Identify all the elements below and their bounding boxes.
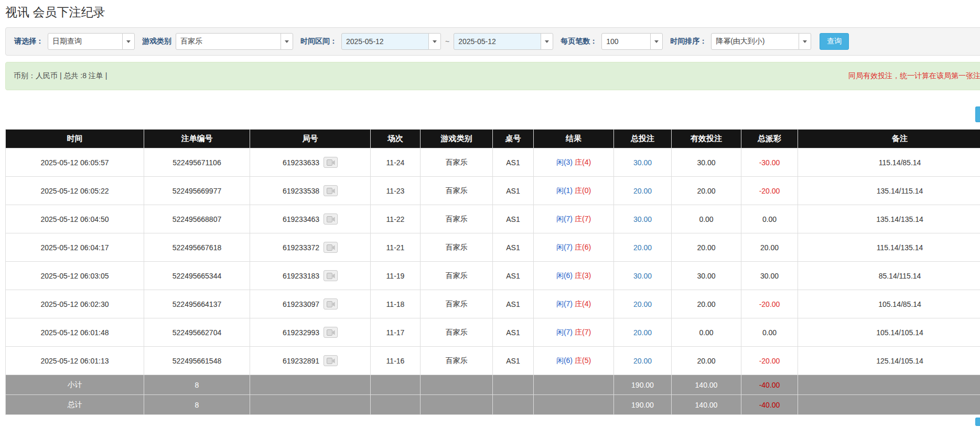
result-banker: 庄(5) (575, 356, 591, 365)
empty-cell (493, 395, 534, 415)
total-bet-link[interactable]: 20.00 (633, 187, 652, 195)
per-page-dropdown-button[interactable] (650, 33, 663, 50)
chevron-down-icon (654, 40, 659, 43)
per-page-select (601, 33, 663, 50)
col-header-session: 场次 (371, 130, 421, 148)
time-sort-input[interactable] (711, 33, 799, 50)
table-row: 2025-05-12 06:01:48 522495662704 6192329… (6, 318, 980, 347)
partial-right-edge-button-bottom[interactable] (975, 418, 980, 426)
cell-result: 闲(7)庄(7) (534, 318, 614, 347)
cell-total-bet: 20.00 (614, 347, 672, 375)
total-bet-link[interactable]: 30.00 (633, 272, 652, 280)
empty-cell (798, 395, 980, 415)
cell-time: 2025-05-12 06:04:50 (6, 205, 144, 233)
cell-table-number: AS1 (493, 290, 534, 318)
cell-time: 2025-05-12 06:01:48 (6, 318, 144, 347)
cell-result: 闲(1)庄(0) (534, 177, 614, 205)
date-to-input[interactable] (454, 33, 541, 50)
round-number-text: 619233097 (283, 300, 319, 308)
cell-valid-bet: 30.00 (672, 148, 741, 177)
result-player: 闲(7) (556, 300, 573, 308)
query-type-dropdown-button[interactable] (122, 33, 135, 50)
date-to-dropdown-button[interactable] (541, 33, 553, 50)
cell-bet-number: 522495665344 (144, 262, 250, 290)
cell-table-number: AS1 (493, 347, 534, 375)
total-row: 总计 8 190.00 140.00 -40.00 (6, 395, 980, 415)
total-valid-bet: 140.00 (672, 395, 741, 415)
game-type-dropdown-button[interactable] (281, 33, 293, 50)
cell-valid-bet: 20.00 (672, 347, 741, 375)
cell-bet-number: 522495667618 (144, 233, 250, 262)
cell-valid-bet: 0.00 (672, 205, 741, 233)
cell-payout: -20.00 (741, 347, 798, 375)
video-replay-button[interactable] (324, 185, 338, 196)
game-type-input[interactable] (176, 33, 281, 50)
date-range-separator: ~ (445, 37, 449, 46)
video-replay-button[interactable] (324, 270, 338, 281)
cell-valid-bet: 20.00 (672, 290, 741, 318)
video-icon (327, 329, 335, 336)
empty-cell (493, 375, 534, 395)
cell-round-number: 619233633 (250, 148, 371, 177)
video-icon (327, 244, 335, 251)
total-total-bet: 190.00 (614, 395, 672, 415)
video-replay-button[interactable] (324, 214, 338, 225)
result-banker: 庄(7) (575, 215, 591, 223)
video-icon (327, 358, 335, 364)
partial-right-edge-button-top[interactable] (975, 106, 980, 122)
empty-cell (421, 375, 493, 395)
total-bet-link[interactable]: 20.00 (633, 328, 652, 337)
col-header-result: 结果 (534, 130, 614, 148)
cell-round-number: 619233463 (250, 205, 371, 233)
date-from-select (341, 33, 441, 50)
cell-remark: 125.14/105.14 (798, 347, 980, 375)
per-page-input[interactable] (601, 33, 651, 50)
video-replay-button[interactable] (324, 355, 338, 366)
cell-session: 11-16 (371, 347, 421, 375)
total-bet-link[interactable]: 30.00 (633, 158, 652, 167)
query-type-input[interactable] (48, 33, 123, 50)
table-row: 2025-05-12 06:05:57 522495671106 6192336… (6, 148, 980, 177)
table-header-row: 时间 注单编号 局号 场次 游戏类别 桌号 结果 总投注 有效投注 总派彩 备注 (6, 130, 980, 148)
cell-remark: 115.14/135.14 (798, 233, 980, 262)
video-replay-button[interactable] (324, 242, 338, 253)
cell-session: 11-23 (371, 177, 421, 205)
cell-payout: 0.00 (741, 205, 798, 233)
total-bet-link[interactable]: 30.00 (633, 215, 652, 223)
empty-cell (250, 395, 371, 415)
cell-result: 闲(7)庄(4) (534, 290, 614, 318)
video-replay-button[interactable] (324, 327, 338, 338)
empty-cell (371, 395, 421, 415)
cell-game-type: 百家乐 (421, 262, 493, 290)
filter-bar: 请选择： 游戏类别 时间区间： ~ 每页笔数： 时间排序： (5, 27, 980, 56)
cell-bet-number: 522495668807 (144, 205, 250, 233)
empty-cell (798, 375, 980, 395)
video-replay-button[interactable] (324, 157, 338, 168)
cell-remark: 115.14/85.14 (798, 148, 980, 177)
total-bet-link[interactable]: 20.00 (633, 357, 652, 365)
empty-cell (421, 395, 493, 415)
query-button[interactable]: 查询 (820, 33, 849, 50)
table-row: 2025-05-12 06:02:30 522495664137 6192330… (6, 290, 980, 318)
date-from-input[interactable] (341, 33, 429, 50)
round-number-text: 619232993 (283, 328, 319, 337)
chevron-down-icon (433, 40, 437, 43)
chevron-down-icon (545, 40, 549, 43)
total-bet-link[interactable]: 20.00 (633, 300, 652, 308)
video-icon (327, 301, 335, 307)
chevron-down-icon (285, 40, 289, 43)
total-bet-link[interactable]: 20.00 (633, 243, 652, 252)
cell-table-number: AS1 (493, 205, 534, 233)
subtotal-total-bet: 190.00 (614, 375, 672, 395)
page-title: 视讯 会员下注纪录 (5, 5, 980, 20)
game-type-select (176, 33, 293, 50)
cell-total-bet: 20.00 (614, 233, 672, 262)
video-replay-button[interactable] (324, 298, 338, 309)
subtotal-payout: -40.00 (741, 375, 798, 395)
date-from-dropdown-button[interactable] (428, 33, 441, 50)
cell-time: 2025-05-12 06:03:05 (6, 262, 144, 290)
cell-game-type: 百家乐 (421, 318, 493, 347)
video-icon (327, 273, 335, 279)
col-header-bet-number: 注单编号 (144, 130, 250, 148)
time-sort-dropdown-button[interactable] (799, 33, 811, 50)
